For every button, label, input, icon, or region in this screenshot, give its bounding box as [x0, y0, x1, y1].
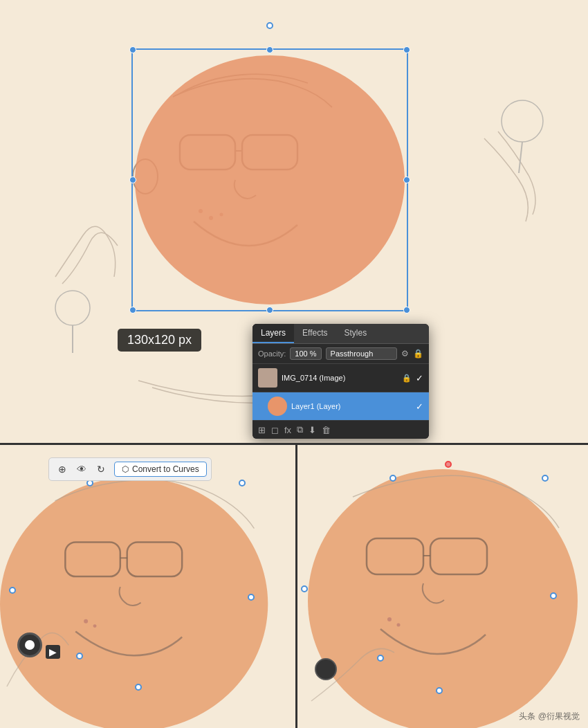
layers-bottom-bar: ⊞ ◻ fx ⧉ ⬇ 🗑: [252, 421, 429, 439]
layer-name-layer1: Layer1 (Layer): [291, 402, 412, 410]
toolbar: ⊕ 👁 ↻ ⬡ Convert to Curves: [48, 457, 212, 481]
layer-name-img: IMG_0714 (Image): [282, 374, 398, 382]
svg-point-18: [93, 624, 97, 628]
rotate-tool-button[interactable]: ↻: [92, 460, 110, 478]
convert-icon: ⬡: [122, 464, 129, 474]
mask-icon[interactable]: ◻: [271, 425, 279, 435]
opacity-row: Opacity: 100 % Passthrough ⚙ 🔒: [252, 344, 429, 364]
handle-middle-right[interactable]: [403, 176, 410, 183]
svg-point-17: [84, 619, 88, 624]
handle-bottom-left[interactable]: [129, 307, 136, 313]
layers-panel: Layers Effects Styles Opacity: 100 % Pas…: [252, 324, 429, 439]
sketch-br: [297, 445, 588, 728]
curve-node-r5[interactable]: [377, 655, 384, 662]
curve-node-r4[interactable]: [550, 592, 557, 599]
bottom-right-panel: [297, 445, 588, 728]
blend-mode-selector[interactable]: Passthrough: [326, 347, 397, 360]
svg-point-20: [308, 469, 578, 728]
bottom-section: ⊕ 👁 ↻ ⬡ Convert to Curves ▶: [0, 443, 588, 728]
layer-play-icon: ▶: [258, 402, 264, 411]
top-section: 130x120 px Layers Effects Styles Opacity…: [0, 0, 588, 443]
handle-top-right[interactable]: [403, 46, 410, 53]
handle-top-left[interactable]: [129, 46, 136, 53]
handle-bottom-right[interactable]: [403, 307, 410, 313]
curve-node-r1[interactable]: [389, 475, 396, 482]
move-tool-button[interactable]: ⊕: [53, 460, 71, 478]
svg-point-24: [387, 617, 392, 621]
svg-point-13: [0, 477, 268, 728]
curve-node-r3[interactable]: [542, 475, 549, 482]
opacity-value[interactable]: 100 %: [290, 347, 321, 360]
layer-visibility-layer1[interactable]: ✓: [416, 401, 423, 412]
merge-icon[interactable]: ⬇: [309, 425, 316, 435]
handle-rotate[interactable]: [266, 22, 273, 29]
curve-node-4[interactable]: [248, 594, 255, 601]
curve-node-r2[interactable]: [445, 461, 452, 468]
copy-icon[interactable]: ⧉: [297, 424, 303, 435]
curve-node-3[interactable]: [239, 480, 246, 486]
arrow-cursor: ▶: [46, 645, 60, 659]
dimension-label: 130x120 px: [118, 329, 201, 352]
tab-styles[interactable]: Styles: [336, 324, 376, 343]
layer-thumbnail-img: [258, 368, 277, 388]
curve-node-r6[interactable]: [436, 687, 443, 694]
curve-node-6[interactable]: [135, 684, 142, 691]
bottom-left-panel: ⊕ 👁 ↻ ⬡ Convert to Curves ▶: [0, 445, 297, 728]
visibility-tool-button[interactable]: 👁: [73, 460, 91, 478]
convert-curves-button[interactable]: ⬡ Convert to Curves: [114, 462, 207, 477]
layer-lock-icon: 🔒: [402, 374, 412, 383]
opacity-label: Opacity:: [258, 349, 286, 358]
node-indicator-right: [315, 658, 337, 680]
selection-box[interactable]: [131, 48, 408, 311]
gear-icon[interactable]: ⚙: [401, 349, 409, 358]
fx-icon[interactable]: fx: [284, 425, 291, 435]
tab-layers[interactable]: Layers: [252, 324, 294, 343]
lock-icon[interactable]: 🔒: [413, 349, 423, 358]
layer-thumbnail-layer1: [268, 397, 287, 416]
delete-icon[interactable]: 🗑: [322, 425, 331, 435]
watermark: 头条 @衍果视觉: [519, 711, 580, 722]
curve-node-5[interactable]: [76, 653, 83, 659]
node-indicator-inner: [25, 640, 35, 650]
handle-bottom-center[interactable]: [266, 307, 273, 313]
handle-middle-left[interactable]: [129, 176, 136, 183]
svg-point-25: [397, 624, 401, 627]
layers-icon[interactable]: ⊞: [258, 425, 266, 435]
handle-top-center[interactable]: [266, 46, 273, 53]
curve-node-r7[interactable]: [301, 585, 308, 592]
sketch-bl: [0, 445, 295, 728]
node-indicator: [17, 633, 42, 657]
curve-node-7[interactable]: [9, 587, 16, 594]
tab-effects[interactable]: Effects: [294, 324, 336, 343]
layer-visibility-img[interactable]: ✓: [416, 373, 423, 383]
convert-label: Convert to Curves: [132, 464, 199, 474]
layers-tabs: Layers Effects Styles: [252, 324, 429, 344]
layer-img0714[interactable]: IMG_0714 (Image) 🔒 ✓: [252, 364, 429, 392]
layer-layer1[interactable]: ▶ Layer1 (Layer) ✓: [252, 392, 429, 421]
